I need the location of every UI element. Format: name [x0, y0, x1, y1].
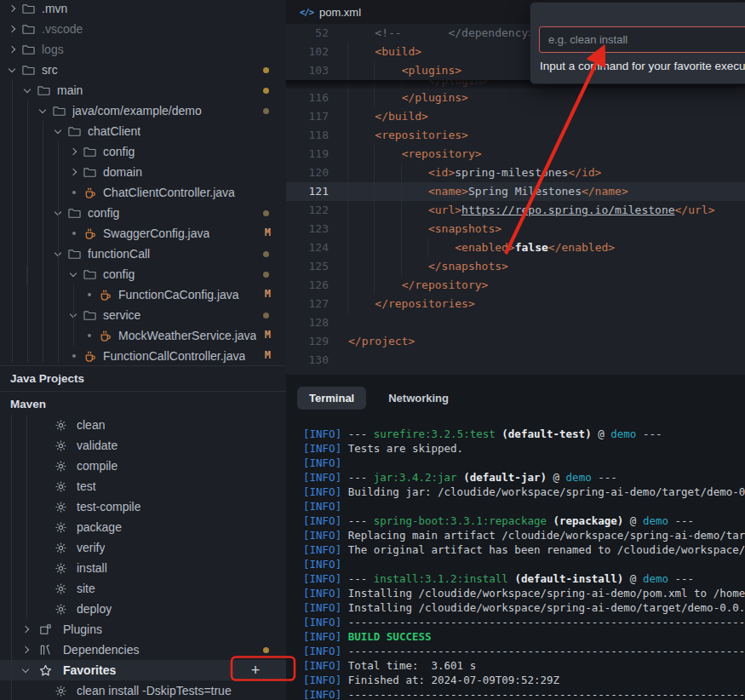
chevron-right-icon: [20, 644, 32, 656]
line-number: [286, 80, 341, 89]
line-number: 117: [286, 107, 341, 126]
chevron-right-icon: [68, 146, 80, 158]
tree-item-logs[interactable]: logs: [0, 39, 286, 60]
item-label: verify: [77, 541, 105, 554]
tree-item--vscode[interactable]: .vscode: [0, 19, 286, 39]
terminal-line: [INFO] Installing /cloudide/workspace/sp…: [303, 586, 745, 600]
terminal-line: [INFO] The original artifact has been re…: [303, 542, 745, 557]
maven-lifecycle-clean[interactable]: clean: [0, 415, 286, 435]
tab-terminal[interactable]: Terminal: [297, 387, 366, 410]
file-dot-icon: [68, 232, 80, 235]
folder-icon: [53, 105, 66, 118]
chevron-right-icon: [7, 23, 19, 35]
line-number: 122: [286, 201, 341, 220]
java-file-icon: [99, 330, 112, 342]
item-label: domain: [103, 165, 142, 179]
code-text: <!-- </dependency>-->: [348, 24, 555, 43]
item-label: logs: [42, 43, 64, 56]
indent-guide: [73, 284, 74, 346]
item-label: Plugins: [63, 623, 102, 636]
indent-guide: [11, 415, 12, 700]
gear-icon: [54, 521, 68, 534]
maven-lifecycle-compile[interactable]: compile: [0, 456, 286, 476]
folder-icon: [68, 207, 82, 220]
java-projects-section-label: Java Projects: [10, 372, 84, 385]
gear-icon: [54, 582, 68, 595]
add-favorite-button[interactable]: +: [240, 660, 271, 680]
maven-lifecycle-validate[interactable]: validate: [0, 435, 286, 456]
code-line: 123 <snapshots>: [286, 220, 745, 238]
tree-item-main[interactable]: main: [0, 80, 286, 100]
code-text: </plugin>: [348, 80, 488, 89]
terminal-line: [INFO] ---------------------------------…: [303, 644, 745, 658]
terminal-line: [INFO] ---------------------------------…: [303, 615, 745, 629]
item-label: install: [77, 561, 107, 575]
gear-icon: [54, 480, 68, 493]
line-number: 124: [286, 238, 341, 257]
code-text: <name>Spring Milestones</name>: [348, 182, 628, 201]
terminal-line: [INFO] Installing /cloudide/workspace/sp…: [303, 600, 745, 615]
chevron-down-icon: [20, 664, 32, 676]
code-text: <repositories>: [348, 126, 468, 145]
maven-lifecycle-install[interactable]: install: [0, 558, 286, 578]
maven-favorite-command[interactable]: clean install -DskipTests=true: [0, 680, 286, 700]
code-text: <enabled>false</enabled>: [348, 238, 615, 257]
change-indicator-dot: [263, 67, 269, 73]
code-line: 120 <id>spring-milestones</id>: [286, 164, 745, 182]
terminal-line: [INFO] Total time: 3.601 s: [303, 658, 745, 673]
chevron-down-icon: [53, 125, 65, 137]
change-indicator-dot: [263, 647, 269, 653]
modified-badge: M: [265, 329, 271, 341]
chevron-down-icon: [53, 248, 65, 260]
line-number: 128: [286, 313, 341, 332]
item-label: src: [42, 63, 58, 77]
code-text: <url>https://repo.spring.io/milestone</u…: [348, 201, 715, 220]
indent-guide: [43, 121, 43, 363]
line-number: 116: [286, 89, 341, 107]
maven-lifecycle-test[interactable]: test: [0, 476, 286, 496]
item-label: Dependencies: [63, 643, 140, 657]
item-label: deploy: [77, 602, 112, 616]
code-text: </repositories>: [348, 295, 475, 313]
tree-item-java-com-example-demo[interactable]: java/com/example/demo: [0, 100, 286, 121]
terminal-line: [INFO]: [303, 456, 745, 470]
maven-section-header[interactable]: Maven: [0, 391, 286, 416]
item-label: test: [77, 479, 96, 493]
tab-networking[interactable]: Networking: [380, 387, 457, 410]
tree-item-src[interactable]: src: [0, 60, 286, 80]
code-line: 116 </plugins>: [286, 89, 745, 107]
maven-lifecycle-test-compile[interactable]: test-compile: [0, 496, 286, 517]
node-dependencies[interactable]: Dependencies: [0, 640, 286, 660]
maven-lifecycle-package[interactable]: package: [0, 517, 286, 537]
chevron-right-icon: [20, 623, 32, 635]
java-projects-section-header[interactable]: Java Projects: [0, 365, 286, 391]
node-favorites[interactable]: Favorites+: [0, 660, 286, 680]
maven-lifecycle-site[interactable]: site: [0, 578, 286, 599]
chevron-down-icon: [37, 105, 49, 117]
change-indicator-dot: [263, 313, 269, 318]
item-label: ChatClientController.java: [103, 186, 235, 199]
command-input[interactable]: [539, 26, 745, 53]
terminal-line: [INFO] Tests are skipped.: [303, 441, 745, 456]
maven-lifecycle-deploy[interactable]: deploy: [0, 599, 286, 619]
indent-guide: [58, 141, 59, 363]
terminal-line: [INFO] Finished at: 2024-07-09T09:52:29Z: [303, 673, 745, 687]
tab-pom-xml[interactable]: </> pom.xml: [286, 0, 376, 24]
indent-guide: [26, 415, 27, 619]
item-label: package: [77, 520, 122, 534]
code-line: 118 <repositories>: [286, 126, 745, 145]
node-plugins[interactable]: Plugins: [0, 619, 286, 640]
code-line-current: 121 <name>Spring Milestones</name>: [286, 182, 745, 201]
folder-icon: [22, 64, 36, 77]
indent-guide: [27, 100, 28, 363]
modified-badge: M: [265, 288, 271, 300]
folder-icon: [22, 23, 36, 36]
code-text: </snapshots>: [348, 257, 508, 276]
maven-lifecycle-verify[interactable]: verify: [0, 537, 286, 558]
folder-icon: [83, 268, 97, 281]
gear-icon: [54, 562, 68, 575]
code-line: 128: [286, 313, 745, 332]
indent-guide: [12, 80, 13, 363]
terminal-output[interactable]: [INFO] --- surefire:3.2.5:test (default-…: [286, 421, 745, 700]
tree-item--mvn[interactable]: .mvn: [0, 0, 286, 19]
